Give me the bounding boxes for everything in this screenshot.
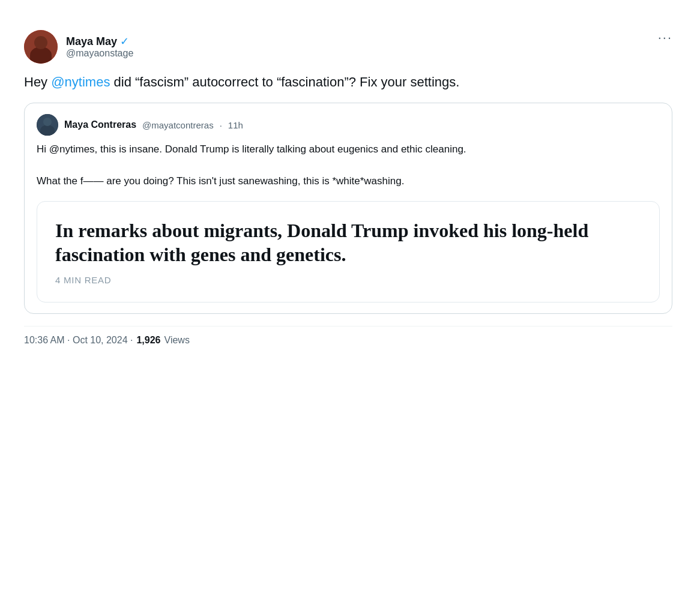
tweet-footer: 10:36 AM · Oct 10, 2024 · 1,926 Views <box>24 326 672 346</box>
views-label: Views <box>164 335 190 346</box>
tweet-header: Maya May ✓ @mayaonstage ··· <box>24 30 672 64</box>
verified-icon: ✓ <box>120 35 129 48</box>
quoted-author-name: Maya Contreras <box>64 119 136 130</box>
quoted-author-handle[interactable]: @mayatcontreras <box>142 120 214 130</box>
news-headline: In remarks about migrants, Donald Trump … <box>55 218 641 266</box>
quoted-separator: · <box>220 120 222 130</box>
author-name-row: Maya May ✓ <box>66 35 133 48</box>
tweet-author: Maya May ✓ @mayaonstage <box>24 30 133 64</box>
quoted-avatar <box>37 114 58 136</box>
author-handle[interactable]: @mayaonstage <box>66 48 133 59</box>
more-options-button[interactable]: ··· <box>658 30 672 46</box>
tweet-text-after-mention: did “fascism” autocorrect to “fascinatio… <box>110 74 459 89</box>
quoted-text-line1: Hi @nytimes, this is insane. Donald Trum… <box>37 143 466 155</box>
avatar <box>24 30 58 64</box>
news-read-time: 4 MIN READ <box>55 275 641 285</box>
tweet-timestamp: 10:36 AM · Oct 10, 2024 · 1,926 Views <box>24 335 672 346</box>
nytimes-mention[interactable]: @nytimes <box>51 74 110 89</box>
news-card[interactable]: In remarks about migrants, Donald Trump … <box>37 201 660 302</box>
tweet-text: Hey @nytimes did “fascism” autocorrect t… <box>24 72 672 92</box>
quoted-time: 11h <box>228 120 243 130</box>
views-count: 1,926 <box>136 335 160 346</box>
author-name: Maya May <box>66 35 117 48</box>
quoted-tweet-header: Maya Contreras @mayatcontreras · 11h <box>37 114 660 136</box>
tweet-text-before-mention: Hey <box>24 74 51 89</box>
author-info: Maya May ✓ @mayaonstage <box>66 35 133 59</box>
quoted-text-line2: What the f—— are you doing? This isn't j… <box>37 175 404 187</box>
tweet-container: Maya May ✓ @mayaonstage ··· Hey @nytimes… <box>24 18 672 358</box>
timestamp-text: 10:36 AM · Oct 10, 2024 · <box>24 335 133 346</box>
quoted-tweet-text: Hi @nytimes, this is insane. Donald Trum… <box>37 142 660 189</box>
quoted-tweet[interactable]: Maya Contreras @mayatcontreras · 11h Hi … <box>24 103 672 314</box>
